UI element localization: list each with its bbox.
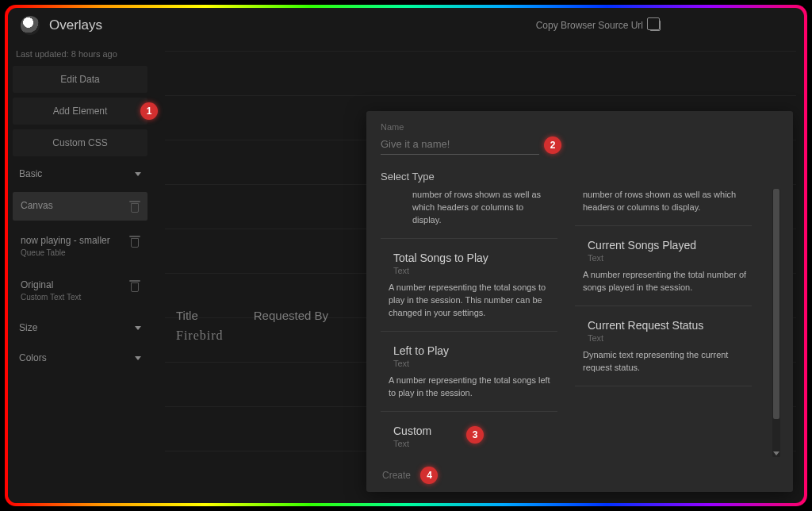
section-size[interactable]: Size (8, 313, 152, 343)
type-desc: A number representing the total songs le… (389, 375, 553, 400)
section-basic[interactable]: Basic (8, 159, 152, 189)
add-element-label: Add Element (53, 106, 108, 117)
type-card-total-songs[interactable]: Total Songs to Play Text A number repres… (381, 239, 557, 332)
type-card-current-played[interactable]: Current Songs Played Text A number repre… (575, 226, 752, 306)
layer-label: now playing - smaller (21, 235, 110, 246)
trash-icon[interactable] (130, 281, 140, 292)
layer-label: Original (21, 279, 81, 290)
layer-original[interactable]: Original Custom Text Text (13, 271, 147, 309)
app-logo-icon (21, 16, 40, 35)
type-title: Total Songs to Play (393, 252, 553, 264)
type-sub: Text (393, 266, 553, 275)
callout-4: 4 (420, 467, 438, 484)
trash-icon[interactable] (130, 202, 140, 213)
copy-icon (649, 20, 661, 31)
section-colors-label: Colors (19, 352, 47, 363)
edit-data-button[interactable]: Edit Data (13, 66, 147, 93)
app-window: Overlays Copy Browser Source Url Last up… (8, 8, 804, 503)
create-button[interactable]: Create (381, 467, 412, 484)
name-field-label: Name (381, 122, 780, 132)
select-type-label: Select Type (381, 171, 780, 182)
type-sub: Text (588, 253, 747, 263)
type-card-left-to-play[interactable]: Left to Play Text A number representing … (381, 332, 557, 412)
type-desc: Dynamic text representing the current re… (583, 349, 747, 375)
type-card-partial-left[interactable]: number of rows shown as well as which he… (381, 189, 557, 239)
type-desc: A number representing the total number o… (583, 269, 747, 294)
copy-browser-url-button[interactable]: Copy Browser Source Url (536, 20, 661, 31)
chevron-down-icon (135, 172, 141, 176)
app-header: Overlays Copy Browser Source Url (8, 8, 804, 43)
scrollbar-thumb[interactable] (773, 189, 779, 419)
scroll-down-icon (773, 451, 779, 455)
type-sub: Text (393, 439, 553, 448)
element-name-input[interactable] (381, 135, 539, 155)
type-desc: number of rows shown as well as which he… (583, 189, 747, 214)
sidebar: Last updated: 8 hours ago Edit Data Add … (8, 43, 157, 503)
section-basic-label: Basic (19, 168, 42, 179)
type-title: Current Request Status (588, 319, 747, 332)
type-card-partial-right[interactable]: number of rows shown as well as which he… (575, 189, 752, 226)
page-title: Overlays (49, 17, 102, 33)
type-title: Left to Play (393, 344, 553, 357)
callout-2: 2 (544, 136, 561, 154)
type-card-request-status[interactable]: Current Request Status Text Dynamic text… (575, 306, 752, 386)
last-updated-label: Last updated: 8 hours ago (8, 43, 152, 63)
layer-sublabel: Queue Table (21, 248, 110, 257)
callout-1: 1 (140, 102, 158, 120)
type-scrollbar[interactable] (772, 189, 780, 457)
section-colors[interactable]: Colors (8, 343, 152, 373)
type-sub: Text (393, 359, 553, 368)
layer-sublabel: Custom Text Text (21, 293, 81, 302)
type-title: Custom (393, 425, 553, 437)
type-title: Current Songs Played (588, 239, 747, 252)
type-list: number of rows shown as well as which he… (381, 189, 780, 457)
queue-col-requested-by: Requested By (254, 309, 328, 322)
copy-url-label: Copy Browser Source Url (536, 20, 643, 31)
layer-label: Canvas (21, 200, 53, 211)
add-element-button[interactable]: Add Element 1 (13, 98, 147, 125)
chevron-down-icon (135, 326, 141, 330)
type-sub: Text (588, 333, 747, 343)
type-desc: A number representing the total songs to… (389, 282, 553, 320)
layer-canvas[interactable]: Canvas (13, 192, 147, 221)
type-card-custom[interactable]: Custom Text Any text you input 3 (381, 412, 557, 457)
section-size-label: Size (19, 322, 37, 333)
trash-icon[interactable] (130, 236, 140, 248)
queue-col-title: Title (176, 309, 198, 322)
custom-css-button[interactable]: Custom CSS (13, 129, 147, 156)
layer-now-playing[interactable]: now playing - smaller Queue Table (13, 227, 147, 265)
type-desc: number of rows shown as well as which he… (412, 189, 553, 227)
add-element-modal: Name 2 Select Type number of rows shown … (366, 111, 793, 492)
chevron-down-icon (135, 356, 141, 360)
